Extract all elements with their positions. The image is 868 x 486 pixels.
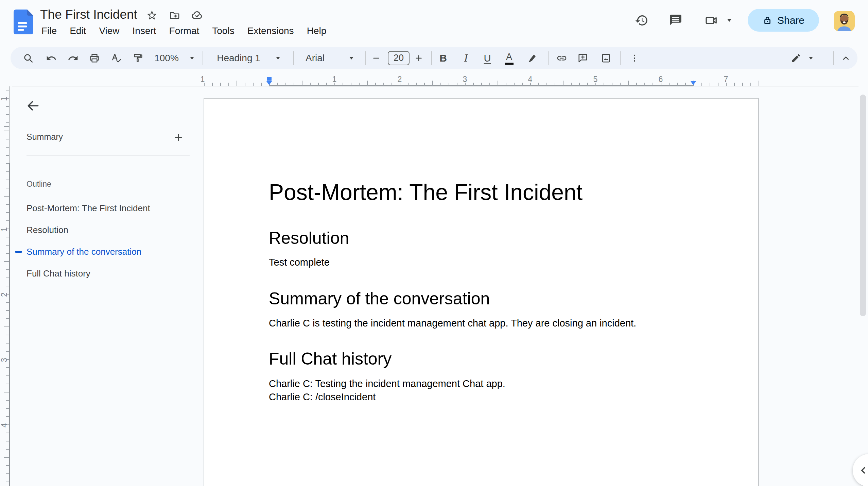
search-menus-button[interactable] bbox=[22, 52, 34, 64]
font-select[interactable]: Arial bbox=[306, 53, 325, 64]
menu-file[interactable]: File bbox=[41, 25, 57, 37]
account-avatar[interactable] bbox=[834, 11, 855, 31]
paragraph-style-caret[interactable] bbox=[276, 57, 280, 60]
ruler-number: 4 bbox=[528, 75, 533, 84]
version-history-button[interactable] bbox=[634, 13, 649, 28]
editing-mode-caret[interactable] bbox=[809, 57, 813, 60]
underline-button[interactable]: U bbox=[484, 52, 491, 64]
add-summary-button[interactable] bbox=[173, 132, 184, 143]
doc-chat-line[interactable]: Charlie C: /closeIncident bbox=[269, 390, 505, 404]
highlight-icon bbox=[527, 53, 538, 64]
ruler-number: 6 bbox=[659, 75, 663, 84]
decrease-font-size-button[interactable] bbox=[372, 54, 381, 63]
ruler-number: 3 bbox=[463, 75, 467, 84]
print-button[interactable] bbox=[89, 53, 100, 64]
outline-item-label: Resolution bbox=[27, 225, 68, 235]
lock-icon bbox=[762, 15, 772, 26]
show-side-panel-button[interactable] bbox=[853, 454, 868, 486]
print-icon bbox=[89, 53, 100, 64]
redo-button[interactable] bbox=[68, 53, 79, 64]
insert-link-button[interactable] bbox=[556, 53, 567, 64]
add-comment-button[interactable] bbox=[577, 53, 588, 64]
share-button[interactable]: Share bbox=[748, 9, 819, 32]
doc-heading-summary[interactable]: Summary of the conversation bbox=[269, 289, 490, 309]
vertical-ruler: 1 1 2 3 4 bbox=[0, 86, 11, 486]
menu-help[interactable]: Help bbox=[307, 25, 327, 37]
outline-item[interactable]: Post-Mortem: The First Incident bbox=[0, 197, 197, 219]
left-indent-marker[interactable] bbox=[267, 77, 272, 81]
paragraph-style-value: Heading 1 bbox=[217, 53, 260, 64]
outline-item-label: Full Chat history bbox=[27, 268, 90, 279]
star-icon bbox=[146, 10, 158, 21]
outline-item-active[interactable]: Summary of the conversation bbox=[0, 241, 197, 263]
meet-dropdown-caret[interactable] bbox=[727, 19, 731, 22]
font-caret[interactable] bbox=[349, 57, 353, 60]
document-title[interactable]: The First Incident bbox=[40, 7, 137, 22]
doc-heading-resolution[interactable]: Resolution bbox=[269, 229, 349, 248]
menu-tools[interactable]: Tools bbox=[212, 25, 234, 37]
zoom-caret[interactable] bbox=[190, 57, 194, 60]
first-line-indent-marker[interactable] bbox=[266, 81, 272, 85]
document-status-button[interactable] bbox=[191, 9, 203, 21]
zoom-select[interactable]: 100% bbox=[154, 53, 179, 64]
paint-format-button[interactable] bbox=[133, 53, 143, 64]
ruler-margin-line bbox=[9, 86, 10, 163]
plus-icon bbox=[173, 132, 184, 143]
text-color-button[interactable]: A bbox=[506, 52, 512, 61]
paint-format-icon bbox=[133, 53, 143, 64]
docs-logo[interactable] bbox=[14, 10, 33, 34]
more-vert-icon bbox=[629, 53, 640, 63]
hide-menus-button[interactable] bbox=[840, 53, 851, 64]
star-button[interactable] bbox=[146, 9, 158, 21]
search-icon bbox=[22, 52, 34, 64]
italic-button[interactable]: I bbox=[464, 52, 468, 64]
font-size-input[interactable]: 20 bbox=[388, 51, 410, 65]
redo-icon bbox=[68, 53, 79, 64]
toolbar-divider bbox=[293, 51, 294, 65]
menu-format[interactable]: Format bbox=[169, 25, 199, 37]
outline-item[interactable]: Resolution bbox=[0, 219, 197, 241]
move-button[interactable] bbox=[169, 9, 181, 21]
editing-mode-button[interactable] bbox=[791, 53, 801, 64]
menu-bar: File Edit View Insert Format Tools Exten… bbox=[41, 25, 326, 37]
menu-edit[interactable]: Edit bbox=[70, 25, 86, 37]
doc-paragraph[interactable]: Test complete bbox=[269, 256, 330, 269]
highlight-color-button[interactable] bbox=[527, 53, 538, 64]
outline-item[interactable]: Full Chat history bbox=[0, 263, 197, 284]
doc-paragraph[interactable]: Charlie C is testing the incident manage… bbox=[269, 317, 636, 330]
doc-heading-chat-history[interactable]: Full Chat history bbox=[269, 349, 392, 369]
more-toolbar-button[interactable] bbox=[629, 53, 640, 63]
outline-list: Post-Mortem: The First Incident Resoluti… bbox=[0, 197, 197, 284]
underline-label: U bbox=[484, 52, 491, 64]
document-page[interactable]: Post-Mortem: The First Incident Resoluti… bbox=[204, 98, 759, 486]
ruler-number: 7 bbox=[724, 75, 728, 84]
ruler-number: 4 bbox=[0, 421, 9, 430]
doc-paragraph-group[interactable]: Charlie C: Testing the incident manageme… bbox=[269, 377, 505, 404]
ruler-number: 5 bbox=[593, 75, 598, 84]
right-indent-marker[interactable] bbox=[691, 81, 696, 85]
insert-image-icon bbox=[601, 53, 611, 64]
paragraph-style-select[interactable]: Heading 1 bbox=[217, 53, 260, 64]
comments-button[interactable] bbox=[668, 13, 683, 28]
close-outline-panel-button[interactable] bbox=[25, 98, 41, 114]
add-comment-icon bbox=[577, 53, 588, 64]
toolbar-divider bbox=[203, 51, 203, 65]
doc-chat-line[interactable]: Charlie C: Testing the incident manageme… bbox=[269, 377, 505, 390]
menu-view[interactable]: View bbox=[99, 25, 119, 37]
bold-label: B bbox=[439, 52, 447, 64]
meet-button[interactable] bbox=[704, 13, 719, 28]
menu-extensions[interactable]: Extensions bbox=[247, 25, 294, 37]
insert-image-button[interactable] bbox=[601, 53, 611, 64]
vertical-scrollbar[interactable] bbox=[860, 95, 866, 316]
undo-button[interactable] bbox=[46, 53, 57, 64]
menu-insert[interactable]: Insert bbox=[133, 25, 156, 37]
doc-title-text[interactable]: Post-Mortem: The First Incident bbox=[269, 180, 583, 205]
increase-font-size-button[interactable] bbox=[414, 54, 423, 63]
comments-icon bbox=[669, 14, 682, 27]
spelling-grammar-button[interactable] bbox=[110, 52, 122, 64]
ruler-number: 2 bbox=[0, 290, 9, 299]
font-size-value: 20 bbox=[394, 53, 404, 63]
outline-item-label: Summary of the conversation bbox=[27, 247, 141, 257]
font-value: Arial bbox=[306, 53, 325, 64]
bold-button[interactable]: B bbox=[439, 52, 447, 64]
